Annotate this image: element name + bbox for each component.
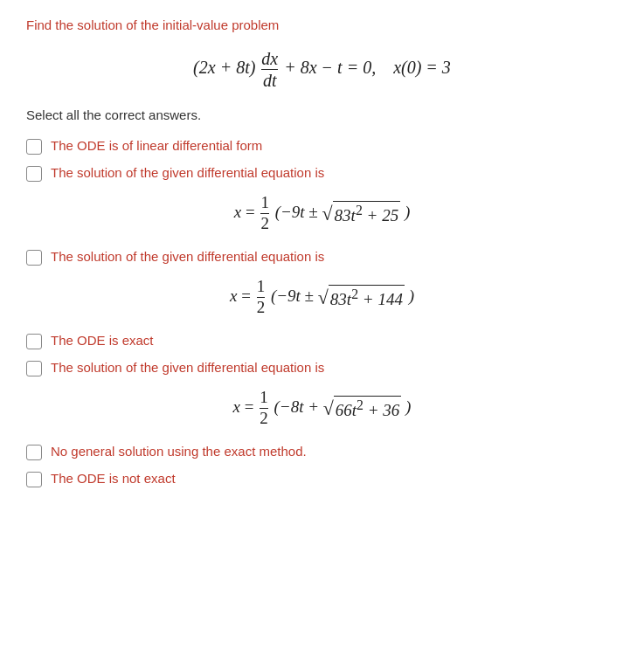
select-label: Select all the correct answers. xyxy=(26,107,618,122)
option-1[interactable]: The ODE is of linear differential form xyxy=(26,138,618,155)
option-4-text: The ODE is exact xyxy=(51,333,154,348)
option-6[interactable]: No general solution using the exact meth… xyxy=(26,444,618,460)
equation-3: x = 1 2 (−9t ± √ 83t2 + 144 ) xyxy=(26,276,618,317)
checkbox-5[interactable] xyxy=(26,361,42,376)
option-2[interactable]: The solution of the given differential e… xyxy=(26,165,618,182)
option-5[interactable]: The solution of the given differential e… xyxy=(26,360,618,376)
checkbox-1[interactable] xyxy=(26,139,42,155)
checkbox-7[interactable] xyxy=(26,472,42,487)
option-6-text: No general solution using the exact meth… xyxy=(51,444,307,459)
equation-5: x = 1 2 (−8t + √ 66t2 + 36 ) xyxy=(26,387,618,428)
ode-display: (2x + 8t) dx dt + 8x − t = 0, x(0) = 3 xyxy=(26,48,618,90)
option-5-text: The solution of the given differential e… xyxy=(51,360,324,375)
option-3-text: The solution of the given differential e… xyxy=(51,249,324,264)
option-2-text: The solution of the given differential e… xyxy=(51,165,324,180)
equation-2: x = 1 2 (−9t ± √ 83t2 + 25 ) xyxy=(26,192,618,233)
option-4[interactable]: The ODE is exact xyxy=(26,333,618,349)
checkbox-6[interactable] xyxy=(26,445,42,460)
option-1-text: The ODE is of linear differential form xyxy=(51,138,262,153)
checkbox-2[interactable] xyxy=(26,166,42,182)
problem-statement: Find the solution of the initial-value p… xyxy=(26,17,618,32)
option-3[interactable]: The solution of the given differential e… xyxy=(26,249,618,266)
checkbox-4[interactable] xyxy=(26,334,42,349)
option-7[interactable]: The ODE is not exact xyxy=(26,471,618,487)
option-7-text: The ODE is not exact xyxy=(51,471,176,486)
checkbox-3[interactable] xyxy=(26,250,42,266)
